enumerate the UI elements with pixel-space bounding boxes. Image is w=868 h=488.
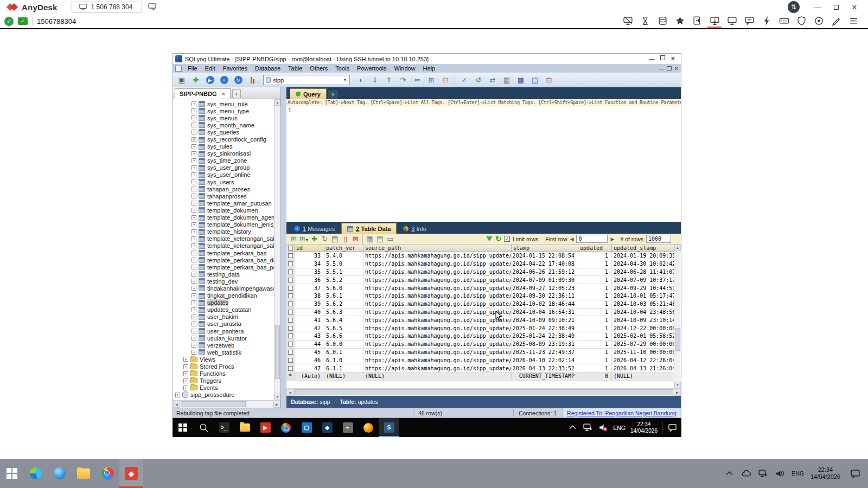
import-database-icon[interactable]: ⇓: [368, 74, 381, 86]
expand-icon[interactable]: +: [192, 130, 196, 134]
expand-icon[interactable]: +: [192, 215, 196, 220]
expand-icon[interactable]: +: [192, 158, 196, 163]
cell-updated_stamp[interactable]: 2024-01-19 20:09:35: [612, 252, 674, 260]
cell-updated_stamp[interactable]: 2025-11-10 00:00:00: [612, 349, 674, 356]
cell-id[interactable]: 35: [295, 268, 324, 276]
row-checkbox[interactable]: [286, 324, 295, 332]
tree-item-table[interactable]: +sys_users: [173, 178, 274, 185]
grid-scroll-right-icon[interactable]: ▶: [674, 389, 681, 396]
cell-stamp[interactable]: 2025-11-23 22:49:37: [512, 349, 578, 356]
cell-updated_stamp[interactable]: 2025-07-29 00:00:00: [612, 341, 674, 348]
cell-stamp[interactable]: 2024-07-09 01:09:30: [512, 276, 578, 284]
remote-language-indicator[interactable]: ENG: [613, 425, 626, 431]
column-header-updated_stamp[interactable]: updated_stamp: [612, 245, 674, 252]
cell-patch_ver[interactable]: 5.6.1: [324, 292, 363, 300]
maximize-button[interactable]: [828, 1, 844, 13]
tree-item-folder[interactable]: +Functions: [173, 370, 274, 377]
onedrive-icon[interactable]: [741, 468, 751, 479]
tree-item-table[interactable]: +testing_dev: [173, 278, 274, 285]
refresh-query-icon[interactable]: ↻: [232, 74, 245, 86]
first-row-input[interactable]: 0: [576, 235, 608, 243]
tree-item-folder[interactable]: +Triggers: [173, 377, 274, 384]
grid-scroll-thumb[interactable]: [675, 328, 680, 351]
tree-item-table[interactable]: +template_dokumen: [173, 207, 274, 214]
cell-id[interactable]: 43: [295, 332, 324, 340]
volume-muted-icon[interactable]: [598, 422, 608, 433]
cell-patch_ver[interactable]: 5.6.5: [324, 324, 363, 332]
cell-patch_ver[interactable]: 6.0.1: [324, 349, 363, 356]
cell-updated[interactable]: 1: [578, 292, 612, 300]
refresh-row-icon[interactable]: ↻: [320, 234, 330, 243]
row-checkbox[interactable]: [286, 341, 295, 348]
connections-app[interactable]: ⌁: [337, 418, 358, 437]
chrome-app[interactable]: [95, 459, 119, 488]
cell-stamp[interactable]: 2025-01-24 22:38:49: [512, 332, 578, 340]
table-row[interactable]: 435.6.6https://apis.mahkamahagung.go.id/…: [286, 332, 674, 341]
cell-source_path[interactable]: (NULL): [363, 373, 512, 380]
insert-row-marker[interactable]: *: [286, 373, 295, 380]
cell-source_path[interactable]: https://apis.mahkamahagung.go.id/sipp_up…: [363, 332, 512, 340]
cell-updated[interactable]: 1: [578, 300, 612, 308]
new-session-tab-button[interactable]: [148, 3, 157, 11]
tree-item-table[interactable]: +template_perkara_bas_detil_tan: [173, 256, 274, 264]
sqlyog-minimize-button[interactable]: —: [649, 55, 655, 62]
cell-id[interactable]: 38: [295, 292, 324, 300]
cell-id[interactable]: 47: [295, 364, 324, 372]
table-row[interactable]: 355.5.1https://apis.mahkamahagung.go.id/…: [286, 268, 674, 277]
expand-icon[interactable]: +: [192, 137, 196, 142]
tree-item-table[interactable]: +tahapanproses: [173, 192, 274, 200]
tree-item-table[interactable]: +web_statistik: [173, 349, 274, 356]
expand-icon[interactable]: +: [192, 165, 196, 170]
tree-item-table[interactable]: +tahapan_proses: [173, 185, 274, 192]
cell-source_path[interactable]: https://apis.mahkamahagung.go.id/sipp_up…: [363, 292, 512, 300]
expand-icon[interactable]: +: [192, 251, 196, 255]
media-app[interactable]: ▶: [255, 418, 276, 437]
expand-icon[interactable]: +: [192, 307, 196, 312]
row-checkbox[interactable]: [286, 349, 295, 356]
cell-id[interactable]: 39: [295, 300, 324, 308]
start-button[interactable]: [173, 418, 193, 437]
file-explorer-app[interactable]: [72, 459, 95, 488]
menu-powertools[interactable]: Powertools: [353, 65, 390, 72]
expand-icon[interactable]: +: [192, 236, 196, 241]
tree-item-table[interactable]: +template_amar_putusan: [173, 200, 274, 207]
num-rows-input[interactable]: 1000: [646, 235, 671, 243]
row-checkbox[interactable]: [286, 300, 295, 308]
file-transfer-icon[interactable]: [690, 15, 704, 28]
cell-id[interactable]: 46: [295, 356, 324, 364]
table-row[interactable]: 395.6.2https://apis.mahkamahagung.go.id/…: [286, 300, 674, 309]
tree-item-table[interactable]: +sys_month_name: [173, 121, 274, 129]
checkbox-icon[interactable]: [288, 253, 293, 258]
expand-icon[interactable]: +: [192, 272, 196, 277]
cell-updated_stamp[interactable]: 2024-10-04 23:48:56: [612, 309, 674, 316]
query-editor[interactable]: 1: [286, 106, 681, 222]
tree-item-table[interactable]: +sys_rules: [173, 143, 274, 150]
tree-item-table[interactable]: +sys_queries: [173, 129, 274, 136]
grid-view-icon[interactable]: ▦: [365, 234, 375, 243]
cell-id[interactable]: (Auto): [295, 373, 324, 380]
expand-icon[interactable]: +: [183, 378, 188, 383]
cancel-changes-icon[interactable]: ⊠: [350, 234, 361, 243]
table-row[interactable]: 375.6.0https://apis.mahkamahagung.go.id/…: [286, 284, 674, 292]
row-checkbox[interactable]: [286, 316, 295, 324]
tab-messages[interactable]: i1 Messages: [289, 223, 340, 234]
cell-updated_stamp[interactable]: (NULL): [612, 373, 674, 380]
cell-updated_stamp[interactable]: 2024-06-28 11:41:07: [612, 268, 674, 276]
tree-item-table[interactable]: +sys_time_zone: [173, 157, 274, 164]
tree-item-table[interactable]: +template_keterangan_saksi_d: [173, 235, 274, 242]
cell-patch_ver[interactable]: 5.6.2: [324, 300, 363, 308]
cell-updated[interactable]: 1: [578, 309, 612, 316]
expand-icon[interactable]: +: [192, 144, 196, 149]
cell-stamp[interactable]: 2024-10-09 09:10:21: [512, 316, 578, 324]
menu-file[interactable]: File: [184, 65, 201, 72]
checkbox-icon[interactable]: [288, 342, 293, 346]
checkbox-icon[interactable]: [288, 246, 293, 251]
cell-source_path[interactable]: https://apis.mahkamahagung.go.id/sipp_up…: [363, 356, 512, 364]
cell-source_path[interactable]: https://apis.mahkamahagung.go.id/sipp_up…: [363, 300, 512, 308]
table-view-icon[interactable]: ⊞: [425, 74, 438, 86]
cell-patch_ver[interactable]: 5.6.3: [324, 309, 363, 316]
expand-icon[interactable]: +: [175, 393, 180, 397]
scroll-left-icon[interactable]: ◀: [173, 401, 180, 408]
select-all-checkbox[interactable]: [286, 245, 295, 252]
cell-updated_stamp[interactable]: 2024-10-03 05:21:48: [612, 300, 674, 308]
